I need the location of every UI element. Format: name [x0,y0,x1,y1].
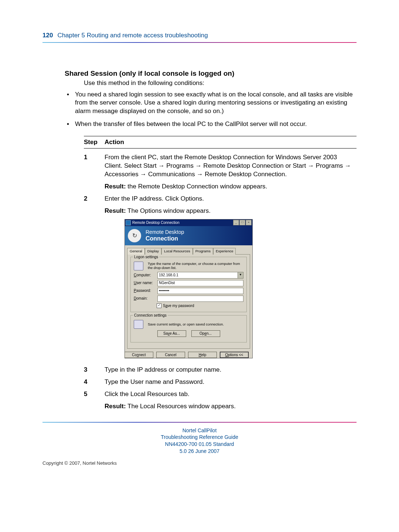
steps-table: Step Action 1 From the client PC, start … [84,136,357,410]
chevron-down-icon[interactable]: ▼ [238,272,243,278]
close-button[interactable]: × [246,220,252,225]
footer-line2: Troubleshooting Reference Guide [42,434,357,441]
domain-input[interactable] [157,296,243,302]
copyright: Copyright © 2007, Nortel Networks [42,460,357,467]
tab-local-resources[interactable]: Local Resources [161,248,193,255]
options-button[interactable]: Options << [220,352,249,358]
result-label: Result: [105,403,126,410]
step-number: 1 [84,153,105,191]
tab-experience[interactable]: Experience [213,248,236,255]
dialog-tabs: General Display Local Resources Programs… [125,245,252,254]
step-number: 4 [84,378,105,386]
result-text: The Options window appears. [126,207,211,214]
step-action: Type the User name and Password. [105,378,357,386]
bullet-list: You need a shared login session to see e… [65,91,357,129]
step-number: 2 [84,195,105,215]
connection-icon [134,320,143,329]
step-row: 1 From the client PC, start the Remote D… [84,153,357,191]
maximize-button[interactable]: □ [239,220,245,225]
password-input[interactable]: •••••••• [157,288,243,294]
tab-display[interactable]: Display [145,248,161,255]
dialog-banner: ↻ Remote Desktop Connection [125,226,252,245]
minimize-button[interactable]: _ [233,220,239,225]
step-row: 4 Type the User name and Password. [84,378,357,386]
banner-line2: Connection [146,235,184,243]
step-row: 3 Type in the IP address or computer nam… [84,366,357,374]
help-button[interactable]: Help [188,352,217,358]
main-content: Shared Session (only if local console is… [65,69,357,411]
dialog-title: Remote Desktop Connection [132,220,180,225]
rdc-dialog-screenshot: Remote Desktop Connection _ □ × ↻ Remote… [125,219,253,358]
save-password-label: Save my password [163,303,194,308]
password-label: Password: [134,288,155,293]
dialog-buttons: Connect Cancel Help Options << [125,349,252,361]
section-intro: Use this method in the following conditi… [84,79,357,88]
group-legend: Connection settings [133,313,168,318]
username-label: User name: [134,280,155,286]
result-label: Result: [105,183,126,190]
logon-settings-group: Logon settings Type the name of the comp… [130,257,247,313]
step-number: 5 [84,390,105,411]
result-text: the Remote Desktop Connection window app… [126,183,267,190]
domain-label: Domain: [134,296,155,301]
tab-general[interactable]: General [127,248,145,255]
cancel-button[interactable]: Cancel [156,352,185,358]
footer-line3: NN44200-700 01.05 Standard [42,441,357,448]
col-header-action: Action [105,138,357,147]
step-row: 2 Enter the IP address. Click Options. R… [84,195,357,215]
step-number: 3 [84,366,105,374]
step-row: 5 Click the Local Resources tab. Result:… [84,390,357,411]
connect-button[interactable]: Connect [125,352,153,358]
footer-rule [42,422,357,423]
save-as-button[interactable]: Save As... [157,330,186,337]
step-action: Type in the IP address or computer name. [105,366,357,374]
bullet-item: When the transfer of files between the l… [65,120,357,129]
step-action: From the client PC, start the Remote Des… [105,153,357,179]
computer-label: Computer: [134,273,155,278]
step-action: Enter the IP address. Click Options. [105,195,357,203]
rdc-titlebar-icon [126,220,131,225]
save-password-checkbox[interactable]: ✓ [157,303,161,308]
dialog-titlebar: Remote Desktop Connection _ □ × [125,219,252,226]
dialog-panel: Logon settings Type the name of the comp… [127,254,250,349]
section-title: Shared Session (only if local console is… [65,69,357,78]
result-label: Result: [105,207,126,214]
bullet-item: You need a shared login session to see e… [65,91,357,116]
connection-settings-group: Connection settings Save current setting… [130,315,247,342]
page-number: 120 [42,32,53,39]
page-header: 120Chapter 5 Routing and remote access t… [42,31,357,40]
computer-input[interactable]: 192.168.0.1 ▼ [157,272,243,279]
rdc-logo-icon: ↻ [128,229,141,242]
header-rule [42,42,357,43]
footer-line1: Nortel CallPilot [42,427,357,434]
username-input[interactable]: NGenDist [157,280,243,286]
open-button[interactable]: Open... [191,330,220,337]
tab-programs[interactable]: Programs [193,248,213,255]
footer-line4: 5.0 26 June 2007 [42,448,357,455]
result-text: The Local Resources window appears. [126,403,236,410]
connection-description: Save current settings, or open saved con… [148,323,243,327]
logon-description: Type the name of the computer, or choose… [148,262,243,270]
col-header-step: Step [84,138,105,147]
page-footer: Nortel CallPilot Troubleshooting Referen… [42,422,357,467]
group-legend: Logon settings [133,255,159,260]
computer-icon [134,262,143,270]
step-action: Click the Local Resources tab. [105,390,357,399]
chapter-title: Chapter 5 Routing and remote access trou… [57,32,208,39]
